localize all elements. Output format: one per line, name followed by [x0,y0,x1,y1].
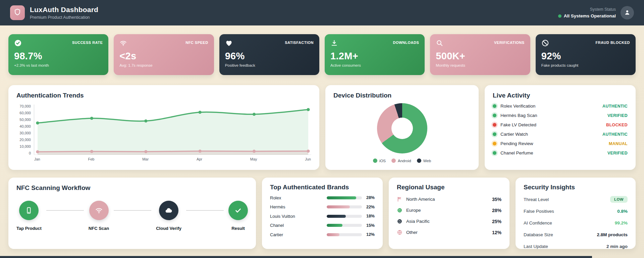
regional-usage-card: Regional Usage North America 35% Europe … [389,178,509,249]
brand-bar-fill [327,205,350,208]
activity-status-badge: MANUAL [609,141,628,146]
x-axis-label: Apr [197,157,202,161]
activity-status-dot [493,123,496,127]
stat-card-value: 96% [225,51,314,62]
y-axis-tick: 60,000 [19,111,31,115]
brand-percentage: 12% [362,232,375,237]
check-icon [228,201,248,220]
workflow-step: Result [228,201,248,231]
status-dot [558,14,561,18]
x-axis-label: Jun [305,157,311,161]
regional-title: Regional Usage [397,184,501,191]
workflow-steps: Tap Product NFC Scan Cloud Verify Result [16,201,248,231]
activity-label: Rolex Verification [500,104,535,109]
security-row: Database Size 2.8M products [524,231,628,238]
stat-card-value: 98.7% [14,51,103,62]
stat-card-subtitle: Monthly requests [436,63,524,67]
system-status-label: System Status [558,7,616,12]
legend-label: Android [398,159,411,163]
stat-card-subtitle: Fake products caught [541,63,630,67]
shield-icon [14,8,21,17]
activity-status-dot [493,142,496,145]
brand-bar-fill [327,215,346,218]
workflow-step: Tap Product [16,201,42,231]
stat-card-label: SATISFACTION [285,41,314,45]
flag-icon [397,196,402,202]
step-connector-line [46,210,84,211]
wifi-icon [119,39,127,48]
security-metric-label: False Positives [524,209,554,214]
region-row: Asia Pacific 25% [397,218,501,224]
activity-status-badge: BLOCKED [606,123,628,127]
footer-bar [0,256,592,258]
brand-row: Hermès 22% [270,204,375,209]
security-row: Last Update 2 min ago [524,243,628,250]
brand-name: Cartier [270,232,327,237]
legend-label: Web [423,159,431,163]
stat-card-subtitle: Avg: 1.7s response [119,63,208,67]
y-axis-tick: 50,000 [19,118,31,122]
stat-card: FRAUD BLOCKED 92% Fake products caught [536,34,636,75]
brands-title: Top Authenticated Brands [270,184,375,191]
security-list: Threat Level LOW False Positives 0.8% AI… [524,196,628,250]
live-activity-item: Hermès Bag Scan VERIFIED [493,113,628,118]
page-subtitle: Premium Product Authentication [30,15,98,20]
x-axis-label: Jan [34,157,40,161]
globe-grid-icon [397,230,402,235]
live-activity-card: Live Activity Rolex Verification AUTHENT… [485,85,636,170]
regional-list: North America 35% Europe 28% Asia Pacifi… [397,196,501,235]
workflow-step-label: Tap Product [16,226,42,231]
download-icon [330,39,338,48]
activity-status-badge: AUTHENTIC [602,104,628,109]
activity-label: Pending Review [500,141,533,146]
security-insights-card: Security Insights Threat Level LOW False… [516,178,636,249]
app-title-block: LuxAuth Dashboard Premium Product Authen… [30,6,98,20]
region-percentage: 28% [492,208,501,213]
brand-row: Cartier 12% [270,232,375,237]
region-row: Other 12% [397,230,501,235]
legend-item: Web [417,158,431,163]
brand-percentage: 28% [362,195,375,200]
authentication-trends-card: Authentication Trends 70,00060,00050,000… [8,85,319,170]
stat-card: VERIFICATIONS 500K+ Monthly requests [430,34,530,75]
user-avatar-button[interactable] [621,6,634,19]
brand-bar-fill [327,224,342,227]
legend-dot [391,158,396,163]
trends-title: Authentication Trends [16,92,311,99]
activity-label: Cartier Watch [500,132,528,137]
region-row: North America 35% [397,196,501,202]
security-metric-label: AI Confidence [524,220,552,225]
brand-row: Louis Vuitton 18% [270,214,375,219]
top-brands-card: Top Authenticated Brands Rolex 28% Hermè… [262,178,383,249]
security-row: Threat Level LOW [524,196,628,203]
y-axis-tick: 0 [29,151,31,155]
stat-card-subtitle: Active consumers [330,63,419,67]
live-activity-list: Rolex Verification AUTHENTIC Hermès Bag … [493,104,628,155]
stat-card-subtitle: Positive feedback [225,63,314,67]
security-metric-value: 2 min ago [606,244,628,249]
legend-dot [373,158,377,163]
workflow-step: NFC Scan [89,201,109,231]
legend-label: iOS [379,159,386,163]
device-legend: iOSAndroidWeb [333,158,471,163]
device-donut-chart [377,103,427,153]
brand-bar-fill [327,196,356,199]
cloud-icon [159,201,178,220]
workflow-step: Cloud Verify [156,201,181,231]
workflow-title: NFC Scanning Workflow [16,184,248,192]
workflow-step-label: Result [231,226,245,231]
region-name: North America [406,197,435,202]
legend-dot [417,158,421,163]
region-row: Europe 28% [397,207,501,213]
brand-bar-track [327,233,362,236]
stat-card-value: 1.2M+ [330,51,419,62]
brand-percentage: 15% [362,223,375,228]
x-axis-label: Feb [88,157,94,161]
block-icon [541,39,549,48]
app-header: LuxAuth Dashboard Premium Product Authen… [0,0,644,25]
y-axis-tick: 70,000 [19,104,31,108]
stat-card-value: <2s [119,51,208,62]
live-activity-item: Pending Review MANUAL [493,141,628,146]
activity-status-badge: VERIFIED [607,151,628,155]
region-percentage: 25% [492,219,501,224]
